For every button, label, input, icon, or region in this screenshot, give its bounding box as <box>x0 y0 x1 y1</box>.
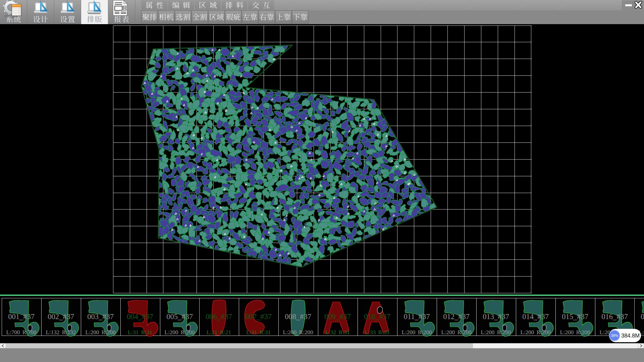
svg-text:009_#37: 009_#37 <box>324 312 351 321</box>
svg-text:L:33 R:33: L:33 R:33 <box>365 329 389 336</box>
svg-text:005_#37: 005_#37 <box>166 312 193 321</box>
svg-text:L:200 R:200: L:200 R:200 <box>441 329 472 336</box>
svg-text:014_#37: 014_#37 <box>522 312 549 321</box>
svg-text:006_#37: 006_#37 <box>206 312 232 321</box>
svg-text:L:32 R:31: L:32 R:31 <box>325 329 350 336</box>
svg-text:L:200 R:200: L:200 R:200 <box>86 329 116 336</box>
svg-text:38%: 38% <box>611 334 618 338</box>
svg-text:L:700 R:700: L:700 R:700 <box>6 329 37 336</box>
svg-text:015_#37: 015_#37 <box>562 312 588 321</box>
svg-text:013_#37: 013_#37 <box>483 312 509 321</box>
svg-text:L:21 R:21: L:21 R:21 <box>207 329 231 336</box>
svg-text:L:31 R:31: L:31 R:31 <box>246 329 271 336</box>
svg-text:011_#37: 011_#37 <box>404 312 430 321</box>
svg-text:002_#37: 002_#37 <box>48 312 74 321</box>
svg-text:001_#37: 001_#37 <box>8 312 35 321</box>
svg-text:008_#37: 008_#37 <box>285 312 311 321</box>
svg-text:003_#37: 003_#37 <box>87 312 114 321</box>
svg-text:012_#37: 012_#37 <box>443 312 470 321</box>
svg-text:017_#37: 017_#37 <box>641 312 644 321</box>
svg-text:L:200 R:200: L:200 R:200 <box>481 329 511 336</box>
svg-text:L:200 R:200: L:200 R:200 <box>402 329 432 336</box>
svg-text:010_#37: 010_#37 <box>364 312 390 321</box>
svg-text:004_#37: 004_#37 <box>127 312 153 321</box>
svg-text:L:200 R:200: L:200 R:200 <box>283 329 313 336</box>
svg-text:L:31 R:31: L:31 R:31 <box>128 329 152 336</box>
svg-text:007_#37: 007_#37 <box>245 312 272 321</box>
svg-text:L:200 R:200: L:200 R:200 <box>521 329 551 336</box>
svg-text:016_#37: 016_#37 <box>601 312 628 321</box>
svg-text:L:200 R:200: L:200 R:200 <box>165 329 195 336</box>
svg-text:384.8M: 384.8M <box>621 333 640 339</box>
svg-text:L:200 R:200: L:200 R:200 <box>560 329 590 336</box>
svg-text:L:132 R:132: L:132 R:132 <box>46 329 76 336</box>
